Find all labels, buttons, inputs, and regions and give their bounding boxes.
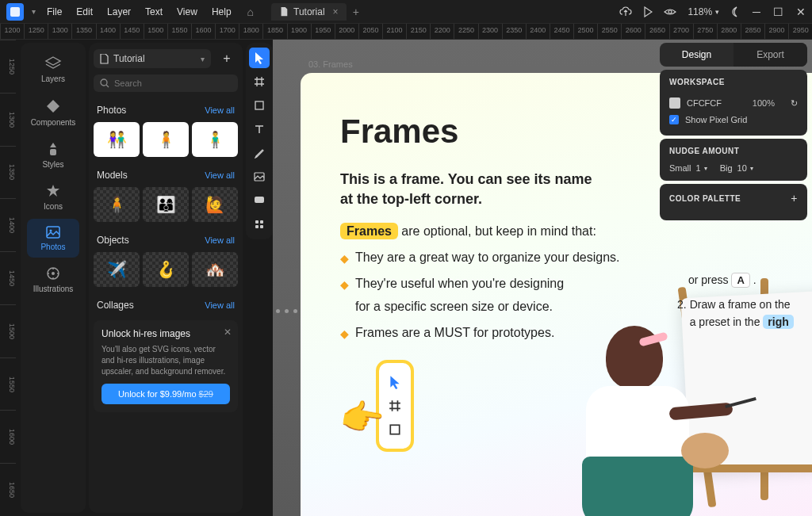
app-logo-button[interactable] [6,3,24,21]
section-nudge: NUDGE AMOUNT [669,147,798,155]
svg-rect-11 [260,220,263,224]
window-close-icon[interactable]: ✕ [796,6,806,18]
menu-text[interactable]: Text [139,3,169,21]
components-icon [44,97,62,115]
section-title-objects: Objects [97,235,129,246]
chevron-down-icon[interactable]: ▾ [32,7,36,16]
instructions-step: or press A . 2. Draw a frame on the a pr… [677,271,812,331]
document-tab[interactable]: Tutorial × [271,3,347,21]
svg-point-5 [52,272,55,275]
upgrade-title: Unlock hi-res images [102,328,230,339]
menu-view[interactable]: View [170,3,204,21]
play-icon[interactable] [643,6,653,17]
color-swatch[interactable] [669,97,680,109]
document-selector[interactable]: Tutorial ▾ [94,49,211,68]
tool-pen[interactable] [249,143,270,163]
menu-help[interactable]: Help [205,3,238,21]
close-icon[interactable]: ✕ [224,327,232,338]
cloud-sync-icon[interactable] [619,6,632,17]
photo-thumbnail[interactable]: 🧍‍♂️ [192,122,238,157]
opacity-value: 100% [753,98,775,108]
object-thumbnail[interactable]: 🪝 [143,252,189,287]
ruler-horizontal[interactable]: 1200125013001350140014501500155016001700… [0,24,812,40]
tab-export[interactable]: Export [733,43,807,67]
svg-point-6 [101,79,107,86]
tool-text[interactable] [249,119,270,140]
nav-illustrations[interactable]: Illustrations [27,259,79,300]
photo-thumbnail[interactable]: 👫 [94,122,140,157]
window-maximize-icon[interactable]: ☐ [773,6,783,18]
menu-edit[interactable]: Edit [70,3,99,21]
tool-select[interactable] [249,48,270,68]
tab-close-icon[interactable]: × [333,6,339,17]
model-thumbnail[interactable]: 🧍 [94,187,140,222]
page-dots [276,309,297,313]
chevron-down-icon: ▾ [201,55,205,63]
section-color-palette: COLOR PALETTE + [669,192,798,204]
photos-icon [45,225,61,239]
eye-icon[interactable] [664,7,676,17]
svg-rect-0 [10,7,20,17]
model-thumbnail[interactable]: 🙋 [192,187,238,222]
object-thumbnail[interactable]: ✈️ [94,252,140,287]
svg-rect-7 [255,101,263,109]
tool-comment[interactable] [249,190,270,211]
pixel-grid-toggle[interactable]: ✓ Show Pixel Grid [669,112,798,128]
menu-file[interactable]: File [40,3,68,21]
tab-design[interactable]: Design [660,43,733,67]
home-icon[interactable]: ⌂ [247,6,254,18]
workspace-bg-row[interactable]: CFCFCF 100% ↻ [669,94,798,112]
zoom-level[interactable]: 118% ▾ [688,6,719,17]
checkbox[interactable]: ✓ [669,115,679,124]
nudge-big[interactable]: Big 10 ▾ [720,163,753,173]
tab-label: Tutorial [293,6,325,17]
model-thumbnail[interactable]: 👨‍👩‍👦 [143,187,189,222]
nudge-small[interactable]: Small 1 ▾ [669,163,707,173]
view-all-link[interactable]: View all [205,300,235,310]
nav-layers[interactable]: Layers [27,49,79,90]
view-all-link[interactable]: View all [205,170,235,180]
object-thumbnail[interactable]: 🏘️ [192,252,238,287]
chevron-down-icon: ▾ [715,8,719,16]
theme-toggle-icon[interactable] [730,6,741,17]
photo-thumbnail[interactable]: 🧍 [143,122,189,157]
tab-add-button[interactable]: + [353,6,359,18]
tool-image[interactable] [249,166,270,187]
nav-photos[interactable]: Photos [27,219,79,258]
refresh-icon[interactable]: ↻ [791,98,798,109]
add-button[interactable]: + [216,48,238,70]
tool-strip [246,43,273,239]
document-icon [100,54,109,64]
nav-components[interactable]: Components [27,91,79,133]
menu-layer[interactable]: Layer [101,3,137,21]
upgrade-card: ✕ Unlock hi-res images You'll also get S… [94,320,238,412]
nav-styles[interactable]: Styles [27,135,79,175]
add-color-button[interactable]: + [791,192,798,204]
tool-shape[interactable] [249,95,270,116]
document-icon [279,7,289,17]
view-all-link[interactable]: View all [205,235,235,245]
tool-component[interactable] [249,214,270,235]
nav-icons[interactable]: Icons [27,177,79,217]
svg-point-1 [668,10,672,13]
svg-rect-13 [260,225,263,228]
svg-rect-12 [255,225,259,228]
search-icon [100,78,109,88]
chevron-down-icon: ▾ [750,165,753,172]
layers-icon [44,55,62,71]
chevron-down-icon: ▾ [704,165,707,172]
artboard-label[interactable]: 03. Frames [308,59,353,69]
styles-icon [45,141,61,157]
tool-frame[interactable] [249,71,270,92]
search-field[interactable] [94,75,238,92]
hex-value: CFCFCF [687,98,722,108]
search-input[interactable] [114,78,232,88]
illustrations-icon [45,266,61,281]
section-title-collages: Collages [97,300,134,311]
ruler-vertical[interactable]: 125013001350140014501500155016001650 [0,40,16,516]
assets-panel: Tutorial ▾ + Photos View all 👫 🧍 🧍‍♂️ Mo… [89,43,243,513]
view-all-link[interactable]: View all [205,105,235,115]
upgrade-button[interactable]: Unlock for $9.99/mo$29 [102,384,230,404]
window-minimize-icon[interactable]: ─ [753,6,760,18]
tool-illustration: 👉 [340,360,414,452]
